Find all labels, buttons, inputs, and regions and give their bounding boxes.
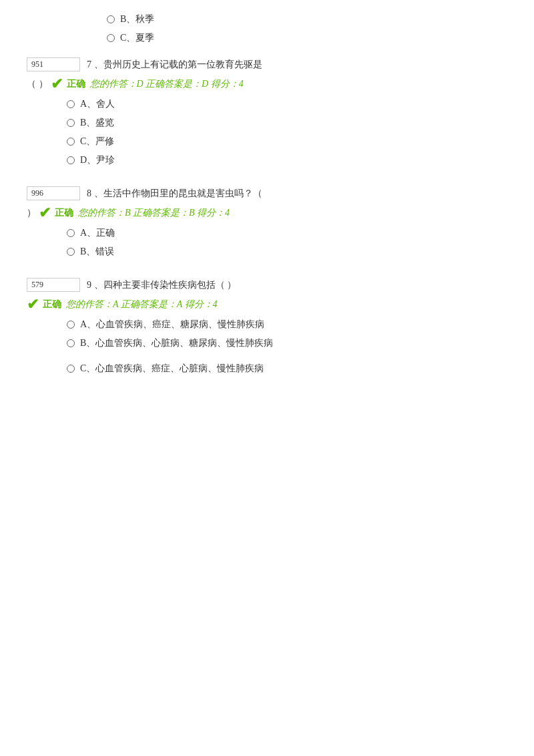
- option-label: B、秋季: [120, 13, 154, 25]
- list-item: B、盛览: [67, 117, 507, 129]
- option-label: A、舍人: [80, 98, 115, 110]
- list-item: D、尹珍: [67, 154, 507, 166]
- radio-8-a[interactable]: [67, 229, 75, 237]
- result-text-7: 正确 您的作答：D 正确答案是：D 得分：4: [67, 78, 244, 90]
- checkmark-icon-7: ✔: [51, 77, 63, 91]
- radio-9-b[interactable]: [67, 339, 75, 347]
- option-label: B、盛览: [80, 117, 114, 129]
- question-id-8: 996: [27, 186, 80, 200]
- radio-9-c[interactable]: [67, 365, 75, 373]
- option-label: C、心血管疾病、癌症、心脏病、慢性肺疾病: [80, 363, 264, 375]
- radio-9-a[interactable]: [67, 321, 75, 329]
- option-label: A、正确: [80, 227, 115, 239]
- question-block-8: 996 8 、生活中作物田里的昆虫就是害虫吗？（ ） ✔ 正确 您的作答：B 正…: [27, 186, 507, 258]
- paren-8: ）: [27, 207, 36, 219]
- list-item: B、秋季: [107, 13, 507, 25]
- radio-7-b[interactable]: [67, 119, 75, 127]
- radio-8-b[interactable]: [67, 248, 75, 256]
- question-number-7: 7 、贵州历史上有记载的第一位教育先驱是: [87, 59, 262, 71]
- paren-7: （ ）: [27, 78, 48, 90]
- list-item: B、心血管疾病、心脏病、糖尿病、慢性肺疾病: [67, 337, 507, 349]
- question-id-7: 951: [27, 57, 80, 71]
- page-container: B、秋季 C、夏季 951 7 、贵州历史上有记载的第一位教育先驱是 （ ） ✔…: [0, 13, 534, 375]
- checkmark-icon-8: ✔: [39, 206, 51, 220]
- question-number-8: 8 、生活中作物田里的昆虫就是害虫吗？（: [87, 188, 262, 200]
- question-header-7: 951 7 、贵州历史上有记载的第一位教育先驱是: [27, 57, 507, 71]
- list-item: B、错误: [67, 246, 507, 258]
- list-item: A、舍人: [67, 98, 507, 110]
- result-row-8: ） ✔ 正确 您的作答：B 正确答案是：B 得分：4: [27, 206, 507, 220]
- checkmark-icon-9: ✔: [27, 297, 39, 312]
- options-list-7: A、舍人 B、盛览 C、严修 D、尹珍: [67, 98, 507, 166]
- result-row-7: （ ） ✔ 正确 您的作答：D 正确答案是：D 得分：4: [27, 77, 507, 91]
- question-block-7: 951 7 、贵州历史上有记载的第一位教育先驱是 （ ） ✔ 正确 您的作答：D…: [27, 57, 507, 166]
- list-item: A、心血管疾病、癌症、糖尿病、慢性肺疾病: [67, 319, 507, 331]
- list-item: A、正确: [67, 227, 507, 239]
- radio-7-a[interactable]: [67, 100, 75, 108]
- option-label: B、心血管疾病、心脏病、糖尿病、慢性肺疾病: [80, 337, 273, 349]
- list-item: C、夏季: [107, 32, 507, 44]
- result-text-8: 正确 您的作答：B 正确答案是：B 得分：4: [55, 207, 230, 219]
- top-options: B、秋季 C、夏季: [107, 13, 507, 44]
- radio-7-d[interactable]: [67, 156, 75, 164]
- question-block-9: 579 9 、四种主要非传染性疾病包括（ ） ✔ 正确 您的作答：A 正确答案是…: [27, 278, 507, 375]
- list-item: C、心血管疾病、癌症、心脏病、慢性肺疾病: [67, 363, 507, 375]
- options-list-8: A、正确 B、错误: [67, 227, 507, 258]
- list-item: C、严修: [67, 136, 507, 148]
- radio-7-c[interactable]: [67, 138, 75, 146]
- question-number-9: 9 、四种主要非传染性疾病包括（ ）: [87, 279, 236, 291]
- question-header-8: 996 8 、生活中作物田里的昆虫就是害虫吗？（: [27, 186, 507, 200]
- question-header-9: 579 9 、四种主要非传染性疾病包括（ ）: [27, 278, 507, 292]
- option-label: A、心血管疾病、癌症、糖尿病、慢性肺疾病: [80, 319, 264, 331]
- result-row-9: ✔ 正确 您的作答：A 正确答案是：A 得分：4: [27, 297, 507, 312]
- radio-b-autumn[interactable]: [107, 15, 115, 23]
- option-label: C、严修: [80, 136, 114, 148]
- result-text-9: 正确 您的作答：A 正确答案是：A 得分：4: [43, 299, 218, 311]
- option-label: C、夏季: [120, 32, 154, 44]
- option-label: D、尹珍: [80, 154, 115, 166]
- question-id-9: 579: [27, 278, 80, 292]
- radio-c-summer[interactable]: [107, 34, 115, 42]
- option-label: B、错误: [80, 246, 114, 258]
- options-list-9: A、心血管疾病、癌症、糖尿病、慢性肺疾病 B、心血管疾病、心脏病、糖尿病、慢性肺…: [67, 319, 507, 375]
